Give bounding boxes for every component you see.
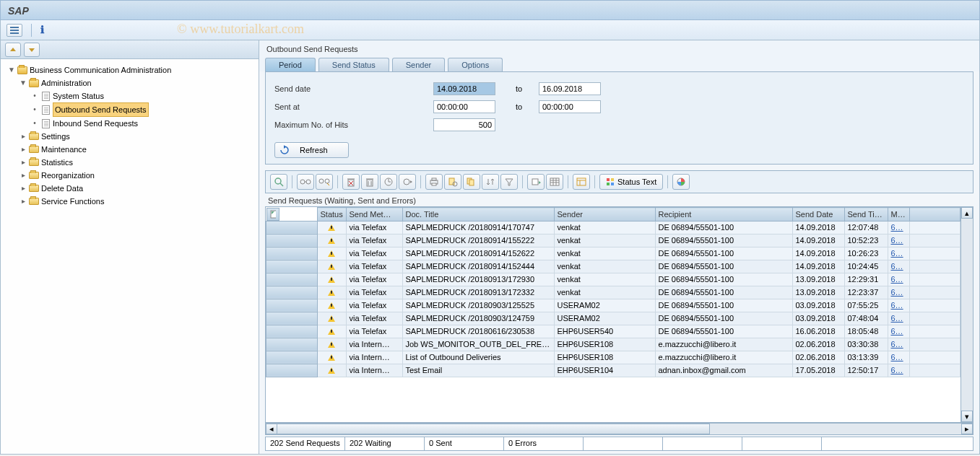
status-text-button[interactable]: Status Text (599, 174, 663, 190)
row-selector[interactable] (266, 364, 318, 377)
tab-panel-period: Send date to Sent at to Maximum No. of H… (265, 71, 974, 165)
glasses-icon[interactable] (297, 174, 314, 190)
select-all-icon[interactable] (266, 208, 279, 221)
sent-at-from[interactable] (433, 100, 495, 113)
cell-time: 12:29:31 (844, 273, 888, 286)
find-icon[interactable] (444, 174, 461, 190)
sort-icon[interactable] (482, 174, 499, 190)
row-selector[interactable] (266, 247, 318, 260)
vertical-scrollbar[interactable]: ▴ ▾ (961, 207, 973, 422)
table-row[interactable]: via Telefax SAPLMEDRUCK /20180913/172332… (266, 286, 961, 299)
table-row[interactable]: via Telefax SAPLMEDRUCK /20180903/125525… (266, 299, 961, 312)
tree-folder[interactable]: ▸ Statistics (18, 156, 256, 169)
row-selector[interactable] (266, 299, 318, 312)
tree-folder[interactable]: ▸ Settings (18, 130, 256, 143)
row-selector[interactable] (266, 351, 318, 364)
scroll-up-icon[interactable]: ▴ (961, 207, 973, 219)
tree-item[interactable]: • System Status (30, 89, 256, 102)
scroll-thumb[interactable] (277, 424, 710, 434)
trash-icon[interactable] (361, 174, 378, 190)
col-recipient[interactable]: Recipient (655, 208, 792, 222)
tab-sender[interactable]: Sender (392, 58, 445, 71)
row-selector[interactable] (266, 260, 318, 273)
cell-title: Test Email (402, 364, 554, 377)
svg-rect-40 (607, 183, 610, 185)
find-next-icon[interactable] (463, 174, 480, 190)
tab-period[interactable]: Period (265, 58, 316, 71)
refresh-button[interactable]: Refresh (274, 142, 349, 158)
tree-item[interactable]: • Outbound Send Requests (30, 102, 256, 117)
row-selector[interactable] (266, 312, 318, 325)
excel-icon[interactable] (546, 174, 563, 190)
tree-folder[interactable]: ▸ Delete Data (18, 182, 256, 195)
clock-icon[interactable] (380, 174, 397, 190)
row-selector[interactable] (266, 286, 318, 299)
collapse-icon[interactable] (24, 43, 40, 57)
col-time[interactable]: Send Ti… (844, 208, 888, 222)
scroll-right-icon[interactable]: ▸ (961, 424, 973, 434)
table-row[interactable]: via Telefax SAPLMEDRUCK /20180903/124759… (266, 312, 961, 325)
tree-admin[interactable]: ▼ Administration (18, 76, 256, 89)
svg-rect-30 (550, 178, 559, 185)
glasses-edit-icon[interactable] (316, 174, 333, 190)
col-date[interactable]: Send Date (792, 208, 844, 222)
send-date-to[interactable] (539, 82, 601, 95)
col-m[interactable]: M… (888, 208, 909, 222)
legend-icon[interactable] (672, 174, 690, 190)
table-row[interactable]: via Telefax SAPLMEDRUCK /20180616/230538… (266, 325, 961, 338)
table-row[interactable]: via Telefax SAPLMEDRUCK /20180913/172930… (266, 273, 961, 286)
row-selector[interactable] (266, 221, 318, 234)
scroll-down-icon[interactable]: ▾ (961, 411, 973, 422)
table-row[interactable]: via Telefax SAPLMEDRUCK /20180914/152444… (266, 260, 961, 273)
export-icon[interactable] (527, 174, 545, 190)
row-selector[interactable] (266, 234, 318, 247)
horizontal-scrollbar[interactable]: ◂ ▸ (265, 423, 974, 435)
warning-icon (328, 289, 335, 296)
tree-folder[interactable]: ▸ Maintenance (18, 143, 256, 156)
col-sender[interactable]: Sender (554, 208, 655, 222)
sent-at-to[interactable] (539, 100, 601, 113)
send-date-from[interactable] (433, 82, 495, 95)
tree-folder[interactable]: ▸ Reorganization (18, 169, 256, 182)
cell-recipient: DE 06894/55501-100 (655, 260, 792, 273)
max-hits-label: Maximum No. of Hits (274, 120, 433, 129)
svg-rect-39 (611, 178, 614, 181)
filter-icon[interactable] (500, 174, 518, 190)
row-selector[interactable] (266, 273, 318, 286)
max-hits-input[interactable] (433, 118, 495, 131)
tree-root-label: Business Communication Administration (30, 63, 171, 76)
cell-time: 03:13:39 (844, 351, 888, 364)
tree-root[interactable]: ▼ Business Communication Administration (6, 63, 256, 76)
cell-title: SAPLMEDRUCK /20180914/152444 (402, 260, 554, 273)
help-icon[interactable]: ℹ (40, 24, 44, 36)
col-method[interactable]: Send Met… (346, 208, 402, 222)
tab-send-status[interactable]: Send Status (318, 58, 389, 71)
tree-folder[interactable]: ▸ Service Functions (18, 195, 256, 208)
scroll-left-icon[interactable]: ◂ (266, 424, 277, 434)
clock-arrow-icon[interactable] (399, 174, 416, 190)
tab-options[interactable]: Options (448, 58, 503, 71)
table-row[interactable]: via Telefax SAPLMEDRUCK /20180914/155222… (266, 234, 961, 247)
to-label: to (495, 84, 539, 93)
col-title[interactable]: Doc. Title (402, 208, 554, 222)
trash-x-icon[interactable] (342, 174, 360, 190)
table-row[interactable]: via Intern… Test Email EHP6USER104 adnan… (266, 364, 961, 377)
expand-icon[interactable] (5, 43, 21, 57)
warning-icon (328, 237, 335, 244)
layout-icon[interactable] (573, 174, 590, 190)
table-row[interactable]: via Intern… List of Outbound Deliveries … (266, 351, 961, 364)
table-row[interactable]: via Intern… Job WS_MONITOR_OUTB_DEL_FRE…… (266, 338, 961, 351)
menu-icon[interactable] (6, 24, 22, 37)
table-row[interactable]: via Telefax SAPLMEDRUCK /20180914/170747… (266, 221, 961, 234)
row-selector[interactable] (266, 338, 318, 351)
doc-icon (42, 92, 50, 101)
tree-item[interactable]: • Inbound Send Requests (30, 117, 256, 130)
folder-icon (29, 146, 39, 153)
table-row[interactable]: via Telefax SAPLMEDRUCK /20180914/152622… (266, 247, 961, 260)
detail-icon[interactable] (270, 174, 287, 190)
col-status[interactable]: Status (317, 208, 346, 222)
cell-sender: venkat (554, 286, 655, 299)
folder-icon (29, 198, 39, 205)
row-selector[interactable] (266, 325, 318, 338)
print-icon[interactable] (425, 174, 443, 190)
